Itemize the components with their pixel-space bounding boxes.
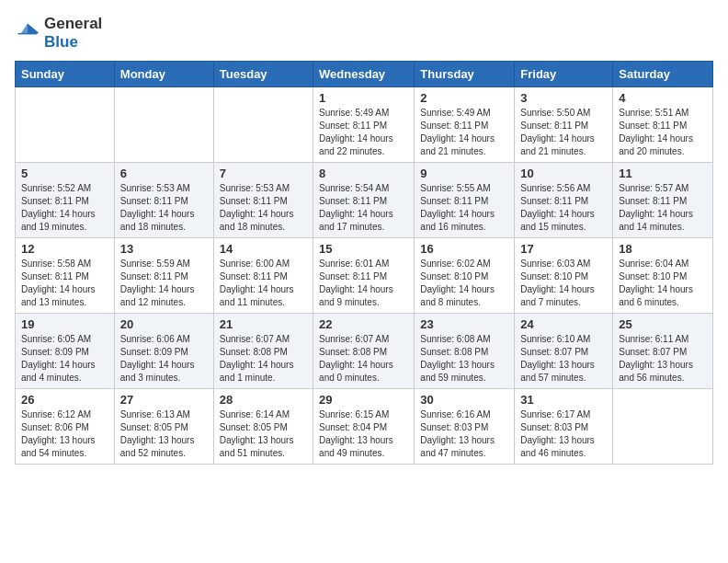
calendar-cell: 25Sunrise: 6:11 AM Sunset: 8:07 PM Dayli… — [613, 314, 713, 389]
calendar-table: SundayMondayTuesdayWednesdayThursdayFrid… — [15, 61, 713, 465]
day-info: Sunrise: 6:11 AM Sunset: 8:07 PM Dayligh… — [619, 333, 707, 385]
day-number: 14 — [220, 242, 307, 256]
calendar-cell: 8Sunrise: 5:54 AM Sunset: 8:11 PM Daylig… — [313, 163, 415, 238]
day-number: 31 — [520, 393, 607, 407]
logo-general: General — [44, 15, 102, 32]
page-header: General Blue — [15, 15, 713, 52]
svg-marker-0 — [28, 24, 40, 34]
day-info: Sunrise: 5:50 AM Sunset: 8:11 PM Dayligh… — [520, 107, 607, 158]
day-info: Sunrise: 6:15 AM Sunset: 8:04 PM Dayligh… — [319, 408, 408, 460]
calendar-header-thursday: Thursday — [415, 62, 515, 87]
calendar-cell: 16Sunrise: 6:02 AM Sunset: 8:10 PM Dayli… — [415, 238, 515, 314]
day-info: Sunrise: 5:56 AM Sunset: 8:11 PM Dayligh… — [520, 182, 607, 234]
calendar-cell: 6Sunrise: 5:53 AM Sunset: 8:11 PM Daylig… — [114, 163, 213, 238]
calendar-week-row: 12Sunrise: 5:58 AM Sunset: 8:11 PM Dayli… — [16, 238, 713, 314]
logo-icon — [15, 20, 40, 46]
calendar-cell: 19Sunrise: 6:05 AM Sunset: 8:09 PM Dayli… — [16, 314, 115, 389]
day-info: Sunrise: 5:57 AM Sunset: 8:11 PM Dayligh… — [619, 182, 707, 234]
svg-rect-2 — [18, 33, 38, 34]
calendar-cell: 3Sunrise: 5:50 AM Sunset: 8:11 PM Daylig… — [515, 87, 613, 163]
calendar-header-saturday: Saturday — [613, 62, 713, 87]
calendar-cell — [16, 87, 115, 163]
day-info: Sunrise: 6:13 AM Sunset: 8:05 PM Dayligh… — [120, 408, 208, 460]
day-info: Sunrise: 6:16 AM Sunset: 8:03 PM Dayligh… — [420, 408, 508, 460]
day-number: 20 — [120, 317, 208, 331]
svg-marker-1 — [21, 24, 28, 34]
calendar-cell: 1Sunrise: 5:49 AM Sunset: 8:11 PM Daylig… — [313, 87, 415, 163]
day-info: Sunrise: 5:51 AM Sunset: 8:11 PM Dayligh… — [619, 107, 707, 158]
day-number: 11 — [619, 167, 707, 180]
day-info: Sunrise: 5:59 AM Sunset: 8:11 PM Dayligh… — [120, 258, 208, 309]
day-info: Sunrise: 5:55 AM Sunset: 8:11 PM Dayligh… — [420, 182, 508, 234]
day-number: 25 — [619, 317, 707, 331]
day-number: 1 — [319, 91, 408, 105]
day-info: Sunrise: 5:52 AM Sunset: 8:11 PM Dayligh… — [21, 182, 108, 234]
day-number: 23 — [420, 317, 508, 331]
day-number: 28 — [220, 393, 307, 407]
calendar-cell: 9Sunrise: 5:55 AM Sunset: 8:11 PM Daylig… — [415, 163, 515, 238]
day-number: 2 — [420, 91, 508, 105]
calendar-header-row: SundayMondayTuesdayWednesdayThursdayFrid… — [16, 62, 713, 87]
day-number: 16 — [420, 242, 508, 256]
calendar-cell — [613, 389, 713, 465]
day-info: Sunrise: 6:00 AM Sunset: 8:11 PM Dayligh… — [220, 258, 307, 309]
calendar-cell: 11Sunrise: 5:57 AM Sunset: 8:11 PM Dayli… — [613, 163, 713, 238]
calendar-cell: 17Sunrise: 6:03 AM Sunset: 8:10 PM Dayli… — [515, 238, 613, 314]
calendar-cell: 4Sunrise: 5:51 AM Sunset: 8:11 PM Daylig… — [613, 87, 713, 163]
day-info: Sunrise: 6:03 AM Sunset: 8:10 PM Dayligh… — [520, 258, 607, 309]
day-info: Sunrise: 6:07 AM Sunset: 8:08 PM Dayligh… — [319, 333, 408, 385]
day-number: 18 — [619, 242, 707, 256]
calendar-cell: 14Sunrise: 6:00 AM Sunset: 8:11 PM Dayli… — [213, 238, 313, 314]
day-info: Sunrise: 6:01 AM Sunset: 8:11 PM Dayligh… — [319, 258, 408, 309]
day-number: 10 — [520, 167, 607, 180]
calendar-cell: 5Sunrise: 5:52 AM Sunset: 8:11 PM Daylig… — [16, 163, 115, 238]
day-number: 7 — [220, 167, 307, 180]
calendar-header-tuesday: Tuesday — [213, 62, 313, 87]
day-number: 12 — [21, 242, 108, 256]
day-info: Sunrise: 5:54 AM Sunset: 8:11 PM Dayligh… — [319, 182, 408, 234]
day-info: Sunrise: 5:49 AM Sunset: 8:11 PM Dayligh… — [420, 107, 508, 158]
day-info: Sunrise: 6:12 AM Sunset: 8:06 PM Dayligh… — [21, 408, 108, 460]
calendar-cell: 29Sunrise: 6:15 AM Sunset: 8:04 PM Dayli… — [313, 389, 415, 465]
calendar-cell — [213, 87, 313, 163]
calendar-header-friday: Friday — [515, 62, 613, 87]
day-number: 30 — [420, 393, 508, 407]
day-number: 22 — [319, 317, 408, 331]
day-number: 17 — [520, 242, 607, 256]
day-info: Sunrise: 6:10 AM Sunset: 8:07 PM Dayligh… — [520, 333, 607, 385]
day-info: Sunrise: 6:06 AM Sunset: 8:09 PM Dayligh… — [120, 333, 208, 385]
calendar-cell — [114, 87, 213, 163]
calendar-header-monday: Monday — [114, 62, 213, 87]
day-info: Sunrise: 6:05 AM Sunset: 8:09 PM Dayligh… — [21, 333, 108, 385]
calendar-header-sunday: Sunday — [16, 62, 115, 87]
day-info: Sunrise: 6:08 AM Sunset: 8:08 PM Dayligh… — [420, 333, 508, 385]
calendar-cell: 28Sunrise: 6:14 AM Sunset: 8:05 PM Dayli… — [213, 389, 313, 465]
calendar-cell: 18Sunrise: 6:04 AM Sunset: 8:10 PM Dayli… — [613, 238, 713, 314]
day-number: 13 — [120, 242, 208, 256]
day-number: 8 — [319, 167, 408, 180]
day-info: Sunrise: 6:07 AM Sunset: 8:08 PM Dayligh… — [220, 333, 307, 385]
day-number: 26 — [21, 393, 108, 407]
calendar-cell: 12Sunrise: 5:58 AM Sunset: 8:11 PM Dayli… — [16, 238, 115, 314]
calendar-week-row: 26Sunrise: 6:12 AM Sunset: 8:06 PM Dayli… — [16, 389, 713, 465]
day-info: Sunrise: 5:53 AM Sunset: 8:11 PM Dayligh… — [220, 182, 307, 234]
calendar-cell: 10Sunrise: 5:56 AM Sunset: 8:11 PM Dayli… — [515, 163, 613, 238]
calendar-cell: 7Sunrise: 5:53 AM Sunset: 8:11 PM Daylig… — [213, 163, 313, 238]
calendar-cell: 24Sunrise: 6:10 AM Sunset: 8:07 PM Dayli… — [515, 314, 613, 389]
calendar-cell: 22Sunrise: 6:07 AM Sunset: 8:08 PM Dayli… — [313, 314, 415, 389]
day-number: 5 — [21, 167, 108, 180]
day-info: Sunrise: 6:14 AM Sunset: 8:05 PM Dayligh… — [220, 408, 307, 460]
calendar-header-wednesday: Wednesday — [313, 62, 415, 87]
day-number: 24 — [520, 317, 607, 331]
calendar-cell: 15Sunrise: 6:01 AM Sunset: 8:11 PM Dayli… — [313, 238, 415, 314]
calendar-cell: 23Sunrise: 6:08 AM Sunset: 8:08 PM Dayli… — [415, 314, 515, 389]
day-number: 27 — [120, 393, 208, 407]
day-info: Sunrise: 5:53 AM Sunset: 8:11 PM Dayligh… — [120, 182, 208, 234]
day-number: 4 — [619, 91, 707, 105]
day-number: 9 — [420, 167, 508, 180]
calendar-cell: 26Sunrise: 6:12 AM Sunset: 8:06 PM Dayli… — [16, 389, 115, 465]
calendar-cell: 20Sunrise: 6:06 AM Sunset: 8:09 PM Dayli… — [114, 314, 213, 389]
day-info: Sunrise: 5:49 AM Sunset: 8:11 PM Dayligh… — [319, 107, 408, 158]
calendar-cell: 21Sunrise: 6:07 AM Sunset: 8:08 PM Dayli… — [213, 314, 313, 389]
logo-blue: Blue — [44, 33, 78, 51]
